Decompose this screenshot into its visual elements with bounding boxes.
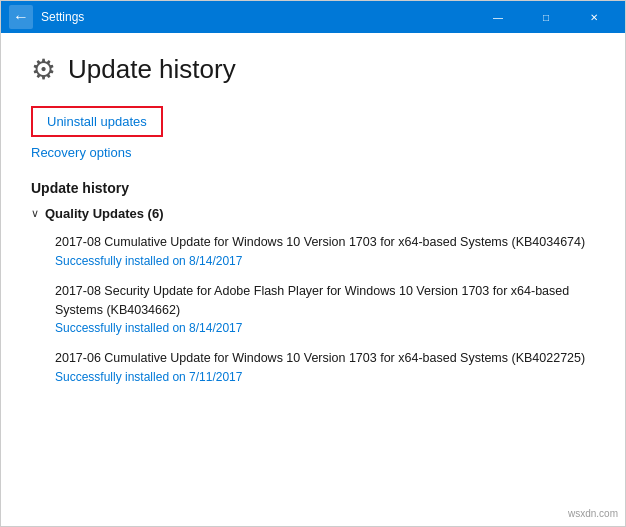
update-item-2: 2017-08 Security Update for Adobe Flash … <box>31 282 595 336</box>
update-history-section-title: Update history <box>31 180 595 196</box>
update-name-2: 2017-08 Security Update for Adobe Flash … <box>55 282 595 320</box>
update-item-1: 2017-08 Cumulative Update for Windows 10… <box>31 233 595 268</box>
quality-updates-header[interactable]: ∨ Quality Updates (6) <box>31 206 595 221</box>
title-bar-controls: — □ ✕ <box>475 1 617 33</box>
minimize-button[interactable]: — <box>475 1 521 33</box>
content-area: ⚙ Update history Uninstall updates Recov… <box>1 33 625 526</box>
update-name-3: 2017-06 Cumulative Update for Windows 10… <box>55 349 595 368</box>
window: ← Settings — □ ✕ ⚙ Update history Unins <box>0 0 626 527</box>
gear-icon: ⚙ <box>31 53 56 86</box>
title-bar-left: ← Settings <box>9 5 84 29</box>
update-status-1[interactable]: Successfully installed on 8/14/2017 <box>55 254 595 268</box>
title-bar: ← Settings — □ ✕ <box>1 1 625 33</box>
update-status-3[interactable]: Successfully installed on 7/11/2017 <box>55 370 595 384</box>
page-header: ⚙ Update history <box>31 53 595 86</box>
update-status-2[interactable]: Successfully installed on 8/14/2017 <box>55 321 595 335</box>
watermark: wsxdn.com <box>568 508 618 519</box>
update-item-3: 2017-06 Cumulative Update for Windows 10… <box>31 349 595 384</box>
main-panel: ⚙ Update history Uninstall updates Recov… <box>1 33 625 526</box>
recovery-options-link[interactable]: Recovery options <box>31 145 595 160</box>
back-button[interactable]: ← <box>9 5 33 29</box>
chevron-icon: ∨ <box>31 207 39 220</box>
page-title: Update history <box>68 54 236 85</box>
quality-updates-title: Quality Updates (6) <box>45 206 163 221</box>
uninstall-updates-button[interactable]: Uninstall updates <box>31 106 163 137</box>
update-name-1: 2017-08 Cumulative Update for Windows 10… <box>55 233 595 252</box>
close-button[interactable]: ✕ <box>571 1 617 33</box>
maximize-button[interactable]: □ <box>523 1 569 33</box>
title-bar-title: Settings <box>41 10 84 24</box>
